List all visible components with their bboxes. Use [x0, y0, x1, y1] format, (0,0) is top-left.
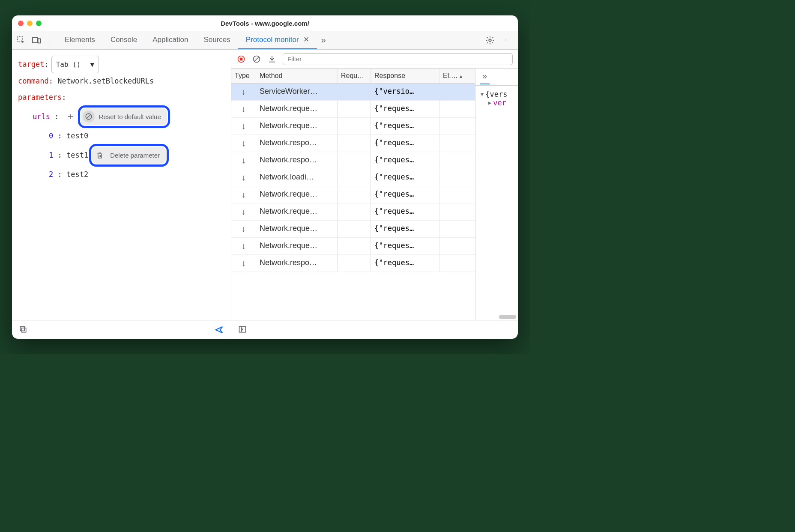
add-item-icon[interactable]	[66, 112, 75, 121]
command-value[interactable]: Network.setBlockedURLs	[57, 73, 154, 89]
elapsed-cell	[439, 221, 469, 237]
elapsed-cell	[439, 118, 469, 134]
copy-icon[interactable]	[19, 325, 28, 335]
response-cell: {"reques…	[371, 135, 439, 152]
log-row[interactable]: ↓Network.respo…{"reques…	[231, 255, 475, 272]
direction-icon: ↓	[231, 255, 256, 272]
command-label: command	[18, 73, 49, 89]
log-row[interactable]: ↓Network.reque…{"reques…	[231, 238, 475, 255]
close-tab-icon[interactable]: ✕	[303, 35, 309, 44]
array-value[interactable]: test0	[66, 128, 88, 144]
col-response[interactable]: Response	[371, 69, 439, 83]
clear-icon[interactable]	[252, 54, 261, 64]
request-cell	[338, 221, 371, 237]
response-cell: {"reques…	[371, 169, 439, 186]
sort-icon: ▲	[459, 74, 463, 79]
log-row[interactable]: ↓Network.reque…{"reques…	[231, 118, 475, 135]
elapsed-cell	[439, 84, 469, 100]
main-area: target: Tab () ▼ command: Network.setBlo…	[12, 50, 518, 339]
elapsed-cell	[439, 186, 469, 203]
devtools-tabbar: Elements Console Application Sources Pro…	[12, 31, 518, 50]
target-select[interactable]: Tab () ▼	[51, 56, 99, 73]
log-row[interactable]: ↓Network.reque…{"reques…	[231, 101, 475, 118]
download-icon[interactable]	[267, 54, 277, 64]
svg-point-4	[505, 39, 505, 39]
chevron-down-icon: ▼	[90, 57, 94, 72]
method-cell: Network.reque…	[256, 101, 338, 117]
direction-icon: ↓	[231, 238, 256, 254]
delete-parameter-button[interactable]: Delete parameter	[92, 147, 166, 164]
col-type[interactable]: Type	[231, 69, 256, 83]
method-cell: ServiceWorker…	[256, 84, 338, 100]
tab-console[interactable]: Console	[103, 31, 145, 49]
kebab-menu-icon[interactable]	[502, 36, 511, 45]
response-tree[interactable]: ▼{vers ▶ver	[475, 86, 518, 314]
elapsed-cell	[439, 255, 469, 272]
col-elapsed[interactable]: El.…▲	[439, 69, 469, 83]
tab-application[interactable]: Application	[145, 31, 196, 49]
elapsed-cell	[439, 101, 469, 117]
svg-rect-11	[240, 57, 243, 60]
log-row[interactable]: ↓Network.reque…{"reques…	[231, 203, 475, 221]
grid-body[interactable]: ↓ServiceWorker…{"versio…↓Network.reque…{…	[231, 84, 475, 320]
tree-child: ver	[493, 99, 506, 107]
tab-protocol-monitor[interactable]: Protocol monitor ✕	[238, 31, 317, 49]
log-row[interactable]: ↓Network.reque…{"reques…	[231, 186, 475, 203]
delete-highlight: Delete parameter	[89, 144, 169, 167]
log-row[interactable]: ↓Network.reque…{"reques…	[231, 221, 475, 238]
array-value[interactable]: test1	[66, 147, 88, 163]
method-cell: Network.respo…	[256, 135, 338, 152]
array-value[interactable]: test2	[66, 167, 88, 182]
device-toolbar-icon[interactable]	[32, 36, 41, 45]
triangle-right-icon[interactable]: ▶	[488, 100, 491, 106]
devtools-window: DevTools - www.google.com/ Elements Cons…	[12, 15, 518, 339]
filter-input[interactable]	[283, 53, 513, 65]
response-cell: {"reques…	[371, 221, 439, 237]
request-cell	[338, 118, 371, 134]
array-index: 2	[49, 167, 53, 182]
response-cell: {"reques…	[371, 152, 439, 169]
toggle-editor-icon[interactable]	[238, 325, 248, 335]
send-icon[interactable]	[215, 325, 224, 335]
elapsed-cell	[439, 169, 469, 186]
request-cell	[338, 135, 371, 152]
direction-icon: ↓	[231, 84, 256, 100]
editor-footer	[12, 320, 231, 339]
parameters-label: parameters	[18, 90, 62, 105]
response-cell: {"reques…	[371, 238, 439, 254]
direction-icon: ↓	[231, 169, 256, 186]
request-cell	[338, 238, 371, 254]
target-label: target	[18, 57, 44, 72]
direction-icon: ↓	[231, 118, 256, 134]
record-icon[interactable]	[236, 54, 246, 64]
method-cell: Network.reque…	[256, 118, 338, 134]
close-window-button[interactable]	[18, 21, 24, 26]
horizontal-scrollbar-thumb[interactable]	[499, 315, 516, 319]
tab-elements[interactable]: Elements	[57, 31, 103, 49]
more-detail-tabs-icon[interactable]: »	[480, 69, 490, 84]
reset-to-default-button[interactable]: Reset to default value	[81, 108, 167, 125]
urls-label: urls	[33, 109, 50, 125]
method-cell: Network.respo…	[256, 152, 338, 169]
log-row[interactable]: ↓ServiceWorker…{"versio…	[231, 84, 475, 101]
separator	[50, 35, 50, 46]
triangle-down-icon[interactable]: ▼	[481, 91, 484, 97]
log-row[interactable]: ↓Network.respo…{"reques…	[231, 152, 475, 169]
tab-sources[interactable]: Sources	[196, 31, 238, 49]
log-row[interactable]: ↓Network.loadi…{"reques…	[231, 169, 475, 186]
panel-tabs: Elements Console Application Sources Pro…	[57, 31, 317, 49]
col-request[interactable]: Requ…	[338, 69, 371, 83]
minimize-window-button[interactable]	[27, 21, 33, 26]
window-title: DevTools - www.google.com/	[12, 20, 518, 27]
traffic-lights	[18, 21, 42, 26]
more-tabs-icon[interactable]: »	[317, 31, 330, 49]
zoom-window-button[interactable]	[36, 21, 42, 26]
response-cell: {"versio…	[371, 84, 439, 100]
svg-rect-1	[33, 37, 38, 42]
settings-icon[interactable]	[485, 36, 495, 45]
method-cell: Network.loadi…	[256, 169, 338, 186]
col-method[interactable]: Method	[256, 69, 338, 83]
inspect-element-icon[interactable]	[16, 36, 26, 45]
log-row[interactable]: ↓Network.respo…{"reques…	[231, 135, 475, 152]
svg-point-6	[505, 41, 505, 41]
